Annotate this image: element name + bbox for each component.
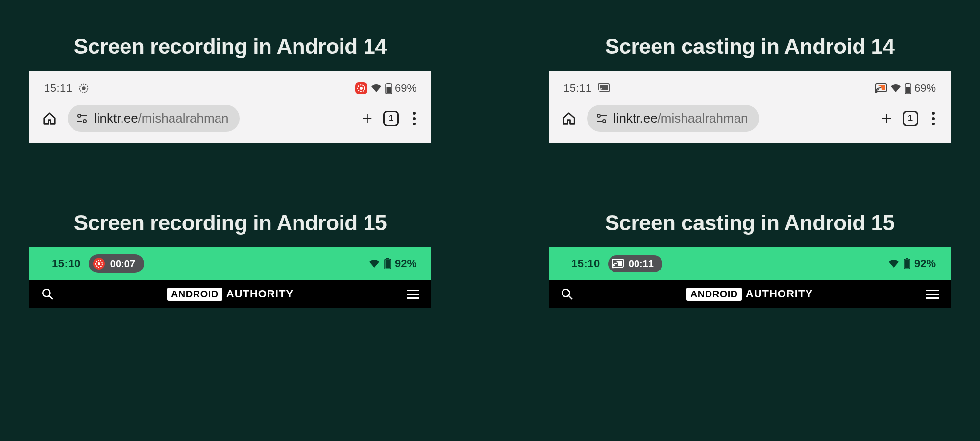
svg-point-4 [360, 87, 363, 90]
svg-point-8 [78, 114, 81, 117]
status-bar: 15:11 69% [557, 77, 943, 100]
battery-percent: 92% [914, 257, 936, 270]
cast-active-icon [875, 83, 887, 93]
site-settings-icon[interactable] [596, 113, 608, 124]
chip-timer: 00:07 [110, 258, 135, 270]
clock-time: 15:11 [564, 82, 592, 95]
hamburger-menu-icon[interactable] [926, 290, 939, 299]
address-bar[interactable]: linktr.ee/mishaalrahman [68, 105, 240, 132]
svg-rect-29 [385, 260, 390, 269]
status-bar: 15:11 69% [37, 77, 423, 100]
address-bar[interactable]: linktr.ee/mishaalrahman [587, 105, 759, 132]
search-icon[interactable] [41, 288, 54, 300]
mockup-a15: 15:10 00:11 92% [549, 247, 951, 308]
home-icon[interactable] [42, 111, 57, 126]
overflow-menu-icon[interactable] [929, 112, 938, 125]
new-tab-button[interactable]: + [362, 108, 372, 129]
battery-percent: 92% [395, 257, 416, 270]
tab-switcher-button[interactable]: 1 [903, 111, 918, 126]
browser-toolbar: linktr.ee/mishaalrahman + 1 [557, 100, 943, 134]
svg-rect-36 [905, 260, 909, 269]
svg-rect-19 [906, 87, 910, 93]
status-left: 15:11 [44, 82, 89, 95]
chip-timer: 00:11 [629, 258, 654, 270]
status-left: 15:11 [564, 82, 610, 95]
svg-point-1 [82, 86, 85, 90]
overflow-menu-icon[interactable] [410, 112, 418, 125]
wifi-icon [368, 259, 380, 269]
svg-line-31 [49, 295, 53, 299]
status-bar: 15:10 00:07 92% [29, 247, 431, 280]
svg-point-16 [875, 91, 877, 93]
recording-badge-icon [355, 82, 368, 95]
panel-title: Screen casting in Android 14 [549, 34, 951, 59]
brand-android: ANDROID [686, 288, 742, 301]
cast-chip-icon [612, 259, 624, 269]
panel-title: Screen recording in Android 15 [29, 211, 431, 235]
svg-point-37 [562, 289, 569, 296]
battery-percent: 69% [395, 82, 416, 95]
hamburger-menu-icon[interactable] [407, 290, 419, 299]
status-right: 92% [368, 257, 416, 270]
panel-recording-a15: Screen recording in Android 15 15:10 00:… [29, 211, 431, 343]
site-settings-icon[interactable] [76, 113, 88, 124]
wifi-icon [888, 259, 900, 269]
svg-point-23 [603, 120, 606, 122]
svg-point-14 [598, 92, 599, 93]
site-logo[interactable]: ANDROID AUTHORITY [686, 288, 813, 301]
status-right: 92% [888, 257, 936, 270]
brand-authority: AUTHORITY [226, 288, 294, 300]
brand-android: ANDROID [167, 288, 222, 301]
url-domain: linktr.ee [94, 111, 138, 125]
tab-switcher-button[interactable]: 1 [383, 111, 399, 126]
svg-point-11 [83, 120, 86, 122]
site-nav: ANDROID AUTHORITY [549, 280, 951, 308]
battery-icon [904, 258, 910, 269]
svg-point-20 [597, 114, 600, 117]
status-bar: 15:10 00:11 92% [549, 247, 951, 280]
new-tab-button[interactable]: + [882, 108, 892, 129]
search-icon[interactable] [561, 288, 573, 300]
mockup-a15: 15:10 00:07 92% [29, 247, 431, 308]
panel-casting-a15: Screen casting in Android 15 15:10 00:11 [549, 211, 951, 343]
panel-recording-a14: Screen recording in Android 14 15:11 [29, 34, 431, 167]
casting-chip[interactable]: 00:11 [608, 255, 662, 272]
panel-casting-a14: Screen casting in Android 14 15:11 [549, 34, 951, 167]
svg-rect-13 [600, 85, 608, 90]
battery-icon [385, 83, 392, 94]
recording-icon [78, 83, 89, 94]
status-right: 69% [875, 82, 936, 95]
url-domain: linktr.ee [613, 111, 658, 125]
battery-icon [384, 258, 391, 269]
svg-rect-7 [386, 87, 391, 93]
clock-time: 15:10 [52, 257, 81, 270]
home-icon[interactable] [562, 111, 576, 126]
url-path: /mishaalrahman [658, 111, 748, 125]
status-right: 69% [355, 82, 416, 95]
mockup-a14: 15:11 69% [29, 71, 431, 143]
svg-point-33 [612, 267, 614, 269]
recording-chip-icon [93, 257, 105, 270]
mockup-a14: 15:11 69% [549, 71, 951, 143]
url-path: /mishaalrahman [138, 111, 229, 125]
svg-point-26 [98, 262, 100, 265]
wifi-icon [370, 83, 382, 93]
svg-line-38 [568, 295, 572, 299]
browser-toolbar: linktr.ee/mishaalrahman + 1 [37, 100, 423, 134]
site-logo[interactable]: ANDROID AUTHORITY [167, 288, 294, 301]
status-left: 15:10 00:07 [52, 254, 144, 273]
site-nav: ANDROID AUTHORITY [29, 280, 431, 308]
panel-title: Screen recording in Android 14 [29, 34, 431, 59]
brand-authority: AUTHORITY [746, 288, 813, 300]
panel-title: Screen casting in Android 15 [549, 211, 951, 235]
svg-point-30 [43, 289, 50, 296]
battery-icon [905, 83, 911, 94]
wifi-icon [890, 83, 902, 93]
status-left: 15:10 00:11 [571, 255, 662, 272]
clock-time: 15:10 [571, 257, 600, 270]
battery-percent: 69% [914, 82, 936, 95]
cast-icon [598, 83, 610, 93]
clock-time: 15:11 [44, 82, 73, 95]
recording-chip[interactable]: 00:07 [89, 254, 144, 273]
